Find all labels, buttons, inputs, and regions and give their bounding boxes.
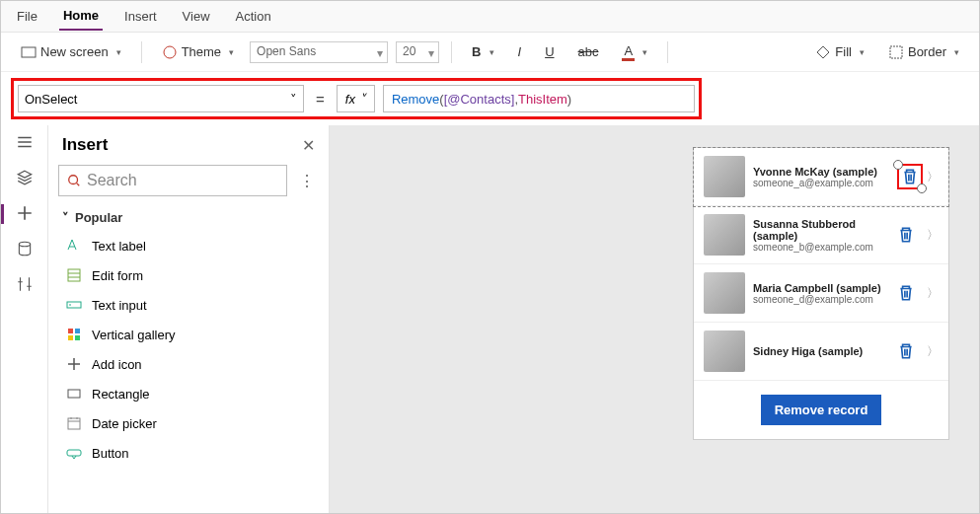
separator	[141, 41, 142, 63]
new-screen-button[interactable]: New screen	[13, 40, 129, 64]
form-icon	[66, 267, 82, 283]
chevron-down-icon: ˅	[62, 210, 69, 225]
remove-record-button[interactable]: Remove record	[761, 395, 882, 425]
insert-item-text-label[interactable]: Text label	[48, 231, 329, 260]
list-item-label: Text label	[92, 239, 146, 254]
gallery-row-text: Sidney Higa (sample)	[753, 345, 889, 357]
contact-name: Sidney Higa (sample)	[753, 345, 889, 357]
svg-rect-0	[22, 47, 36, 57]
rail-tree[interactable]	[1, 133, 47, 151]
svg-rect-12	[68, 418, 80, 429]
svg-rect-7	[68, 329, 73, 333]
insert-title: Insert	[62, 135, 108, 155]
close-icon[interactable]: ✕	[302, 136, 315, 155]
more-options-button[interactable]: ⋮	[295, 172, 319, 190]
left-rail	[1, 125, 48, 514]
chevron-right-icon[interactable]: 〉	[927, 285, 939, 302]
rail-layers[interactable]	[1, 169, 47, 186]
property-dropdown[interactable]: OnSelect ˅	[18, 85, 304, 112]
list-item-label: Text input	[92, 298, 147, 313]
chevron-right-icon[interactable]: 〉	[927, 169, 939, 185]
plus-icon	[16, 204, 34, 222]
trash-icon[interactable]	[897, 342, 915, 360]
formula-bar-area: OnSelect ˅ = fx ˅ Remove( [@Contacts], T…	[1, 72, 979, 125]
formula-highlight-box: OnSelect ˅ = fx ˅ Remove( [@Contacts], T…	[11, 78, 702, 119]
menu-file[interactable]: File	[13, 3, 41, 30]
plus-icon	[66, 356, 82, 372]
menu-action[interactable]: Action	[232, 3, 275, 30]
list-item-label: Edit form	[92, 268, 143, 283]
search-input[interactable]: Search	[58, 165, 287, 196]
chevron-right-icon[interactable]: 〉	[927, 227, 939, 244]
trash-icon[interactable]	[897, 284, 915, 302]
svg-rect-6	[67, 302, 81, 308]
fill-button[interactable]: Fill	[807, 40, 872, 64]
rail-data[interactable]	[1, 240, 47, 257]
svg-rect-11	[68, 390, 80, 398]
gallery-row[interactable]: Sidney Higa (sample) 〉	[694, 323, 948, 381]
menu-home[interactable]: Home	[59, 2, 103, 31]
insert-section-popular[interactable]: ˅ Popular	[48, 204, 329, 231]
list-item-label: Rectangle	[92, 387, 150, 402]
insert-list: Text label Edit form Text input Vertical…	[48, 231, 329, 468]
contact-email: someone_b@example.com	[753, 242, 889, 253]
insert-item-vertical-gallery[interactable]: Vertical gallery	[48, 320, 329, 349]
italic-button[interactable]: I	[510, 40, 530, 63]
insert-item-button[interactable]: Button	[48, 438, 329, 468]
strike-button[interactable]: abc	[570, 40, 607, 63]
separator	[667, 41, 668, 63]
font-size-select[interactable]: 20▾	[396, 41, 439, 63]
insert-item-rectangle[interactable]: Rectangle	[48, 379, 329, 408]
avatar	[704, 330, 745, 372]
theme-button[interactable]: Theme	[154, 40, 242, 64]
palette-icon	[162, 44, 178, 60]
insert-item-date-picker[interactable]: Date picker	[48, 408, 329, 438]
text-icon	[66, 238, 82, 254]
menu-bar: File Home Insert View Action	[1, 1, 979, 33]
menu-insert[interactable]: Insert	[120, 3, 161, 30]
border-label: Border	[908, 44, 946, 59]
list-item-label: Vertical gallery	[92, 328, 176, 342]
avatar	[704, 156, 745, 197]
contact-email: someone_a@example.com	[753, 178, 915, 188]
rail-insert[interactable]	[1, 204, 47, 222]
canvas-area[interactable]: Yvonne McKay (sample) someone_a@example.…	[330, 125, 979, 514]
chevron-down-icon: ˅	[290, 92, 297, 107]
font-select[interactable]: Open Sans▾	[250, 41, 388, 63]
border-icon	[888, 44, 904, 60]
chevron-right-icon[interactable]: 〉	[927, 343, 939, 360]
gallery-row-text: Susanna Stubberod (sample) someone_b@exa…	[753, 218, 889, 253]
trash-icon[interactable]	[901, 168, 919, 185]
svg-point-3	[19, 242, 30, 247]
gallery-row[interactable]: Maria Campbell (sample) someone_d@exampl…	[694, 264, 948, 323]
layers-icon	[16, 169, 34, 186]
font-color-button[interactable]: A	[614, 39, 655, 65]
contact-name: Yvonne McKay (sample)	[753, 166, 915, 178]
svg-point-4	[69, 176, 78, 184]
button-icon	[66, 445, 82, 461]
underline-button[interactable]: U	[537, 40, 562, 63]
gallery-row-text: Maria Campbell (sample) someone_d@exampl…	[753, 282, 889, 305]
rail-settings[interactable]	[1, 275, 47, 293]
border-button[interactable]: Border	[880, 40, 967, 64]
gallery-row[interactable]: Yvonne McKay (sample) someone_a@example.…	[694, 148, 948, 206]
formula-token-keyword: ThisItem	[518, 92, 567, 107]
fx-button[interactable]: fx ˅	[337, 85, 375, 112]
insert-item-text-input[interactable]: Text input	[48, 290, 329, 320]
formula-input[interactable]: Remove( [@Contacts], ThisItem )	[383, 85, 695, 112]
search-placeholder: Search	[87, 172, 137, 189]
menu-view[interactable]: View	[179, 3, 214, 30]
insert-item-edit-form[interactable]: Edit form	[48, 260, 329, 290]
insert-item-add-icon[interactable]: Add icon	[48, 349, 329, 379]
svg-point-1	[164, 46, 176, 58]
trash-icon[interactable]	[897, 226, 915, 244]
bold-button[interactable]: B	[464, 40, 501, 63]
gallery-row[interactable]: Susanna Stubberod (sample) someone_b@exa…	[694, 206, 948, 264]
section-label: Popular	[75, 210, 122, 225]
formula-token-paren: )	[567, 92, 571, 107]
theme-label: Theme	[182, 44, 221, 59]
contact-name: Susanna Stubberod (sample)	[753, 218, 889, 242]
gallery-control[interactable]: Yvonne McKay (sample) someone_a@example.…	[693, 147, 949, 440]
list-item-label: Date picker	[92, 416, 157, 431]
list-item-label: Add icon	[92, 357, 142, 372]
